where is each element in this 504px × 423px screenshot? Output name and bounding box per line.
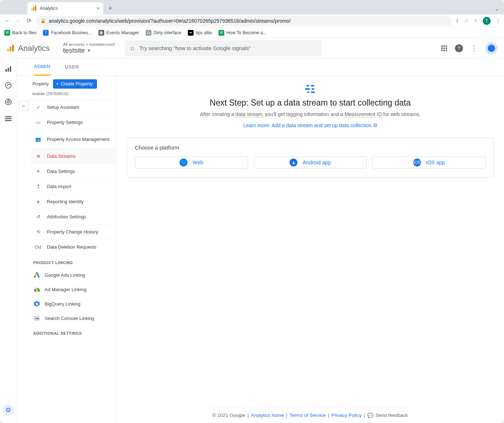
product-link-bigquery-linking[interactable]: BigQuery Linking xyxy=(31,297,116,311)
bookmark-item[interactable]: WHow To Become a... xyxy=(218,30,267,36)
svg-rect-24 xyxy=(37,318,39,319)
bookmark-favicon: W xyxy=(218,30,224,36)
admin-user-tabs: ADMIN USER xyxy=(17,58,504,76)
traffic-light-max[interactable] xyxy=(20,6,25,11)
bookmark-star-icon[interactable]: ☆ xyxy=(464,18,469,23)
svg-rect-27 xyxy=(305,88,310,90)
extensions-icon[interactable]: ✦ xyxy=(474,18,478,23)
nav-item-label: Data Deletion Requests xyxy=(47,244,96,250)
create-property-button[interactable]: +Create Property xyxy=(53,79,97,89)
svg-point-20 xyxy=(36,303,38,305)
rail-advertising-icon[interactable] xyxy=(4,98,12,106)
search-box[interactable]: ⌕ Try searching "how to activate Google … xyxy=(125,40,321,56)
product-link-search-console-linking[interactable]: Search Console Linking xyxy=(31,311,116,325)
analytics-logo-icon xyxy=(6,44,14,52)
product-link-icon xyxy=(33,300,40,307)
tab-user[interactable]: USER xyxy=(65,64,79,70)
more-vert-icon[interactable]: ⋮ xyxy=(471,44,477,52)
rail-admin-gear-icon[interactable]: ⚙ xyxy=(3,404,14,416)
tab-close-icon[interactable]: × xyxy=(97,5,100,11)
nav-back-icon[interactable]: ← xyxy=(4,18,11,24)
footer-analytics-home[interactable]: Analytics home xyxy=(251,413,284,418)
bookmark-label: Dirty interface xyxy=(154,30,181,35)
rail-configure-icon[interactable] xyxy=(4,115,12,123)
browser-tabstrip: Analytics × + ⌄ xyxy=(0,0,504,14)
nav-item-attribution-settings[interactable]: ↺Attribution Settings xyxy=(31,209,116,224)
product-link-label: Ad Manager Linking xyxy=(45,287,87,292)
nav-forward-icon[interactable]: → xyxy=(14,18,22,24)
platform-card: Choose a platform 🌐Web▲Android appiOSiOS… xyxy=(127,138,494,178)
nav-item-label: Data Streams xyxy=(47,153,75,159)
nav-reload-icon[interactable]: ⟳ xyxy=(25,17,32,24)
bookmark-item[interactable]: ••tips allie xyxy=(188,30,212,36)
platform-android-app[interactable]: ▲Android app xyxy=(254,156,367,169)
footer-privacy[interactable]: Privacy Policy xyxy=(331,413,362,418)
feedback-icon: 💬 xyxy=(367,413,373,418)
svg-rect-25 xyxy=(306,85,309,86)
analytics-logo[interactable]: Analytics xyxy=(6,44,50,53)
nav-item-icon: ↺ xyxy=(35,214,42,219)
help-icon[interactable]: ? xyxy=(455,44,463,52)
nav-item-data-streams[interactable]: ≋Data Streams xyxy=(31,149,116,164)
bookmark-item[interactable]: ▦Events Manager xyxy=(98,30,139,36)
nav-item-icon: ≡ xyxy=(35,169,42,174)
nav-item-property-change-history[interactable]: ⟲Property Change History xyxy=(31,224,116,240)
nav-item-property-settings[interactable]: ▭Property Settings xyxy=(31,115,116,130)
svg-rect-14 xyxy=(5,120,12,121)
traffic-light-close[interactable] xyxy=(6,6,10,11)
svg-rect-1 xyxy=(33,7,35,11)
nav-item-data-settings[interactable]: ≡Data Settings xyxy=(31,164,116,179)
diamond-grid-icon[interactable] xyxy=(441,45,447,51)
bookmark-item[interactable]: fFacebook Busines... xyxy=(43,30,92,36)
product-link-ad-manager-linking[interactable]: Ad Manager Linking xyxy=(31,282,116,297)
bookmark-label: How To Become a... xyxy=(226,30,267,35)
account-avatar[interactable] xyxy=(485,42,498,54)
learn-more-link[interactable]: Learn more: Add a data stream and set up… xyxy=(243,122,377,128)
svg-rect-12 xyxy=(5,116,12,117)
product-link-google-ads-linking[interactable]: Google Ads Linking xyxy=(31,268,116,282)
nav-item-label: Data Import xyxy=(47,184,71,189)
svg-rect-23 xyxy=(35,318,37,319)
nav-item-setup-assistant[interactable]: ✓Setup Assistant xyxy=(31,100,116,115)
traffic-light-min[interactable] xyxy=(13,6,17,11)
nav-item-reporting-identity[interactable]: ⎈Reporting Identity xyxy=(31,194,116,209)
app-header: Analytics All accounts > mytestaccount t… xyxy=(0,38,504,58)
browser-profile-avatar[interactable]: T xyxy=(483,17,491,25)
browser-tab[interactable]: Analytics × xyxy=(27,2,103,14)
choose-platform-label: Choose a platform xyxy=(135,144,486,151)
nav-item-property-access-management[interactable]: 👥Property Access Management xyxy=(31,130,116,149)
platform-web[interactable]: 🌐Web xyxy=(135,156,248,169)
nav-item-data-import[interactable]: ↥Data Import xyxy=(31,179,116,194)
platform-label: iOS app xyxy=(426,160,445,165)
product-link-icon xyxy=(33,286,40,293)
product-link-label: Search Console Linking xyxy=(45,316,94,321)
new-tab-button[interactable]: + xyxy=(105,3,115,13)
share-icon[interactable]: ⇪ xyxy=(455,18,459,23)
bookmark-item[interactable]: WBack to files xyxy=(4,30,36,36)
tab-title: Analytics xyxy=(40,6,58,11)
svg-rect-5 xyxy=(12,44,14,51)
footer-tos[interactable]: Terms of Service xyxy=(289,413,326,418)
svg-rect-29 xyxy=(307,92,309,93)
analytics-favicon xyxy=(31,5,37,11)
product-name: Analytics xyxy=(18,44,50,53)
svg-rect-13 xyxy=(5,118,12,119)
send-feedback-button[interactable]: 💬Send feedback xyxy=(367,413,408,418)
svg-point-10 xyxy=(5,99,11,105)
account-picker[interactable]: All accounts > mytestaccount testsite ▼ xyxy=(57,42,115,54)
nav-item-data-deletion-requests[interactable]: DdData Deletion Requests xyxy=(31,240,116,255)
svg-rect-4 xyxy=(10,46,12,52)
product-link-label: Google Ads Linking xyxy=(45,272,85,278)
rail-reports-icon[interactable] xyxy=(4,65,12,73)
svg-rect-0 xyxy=(31,8,33,11)
tab-admin[interactable]: ADMIN xyxy=(34,58,50,76)
bookmark-favicon: f xyxy=(43,30,49,36)
browser-menu-icon[interactable]: ⋮ xyxy=(496,18,500,23)
rail-explore-icon[interactable] xyxy=(4,81,12,89)
platform-ios-app[interactable]: iOSiOS app xyxy=(372,156,486,169)
address-bar[interactable]: 🔒 analytics.google.com/analytics/web/pro… xyxy=(36,16,452,26)
dropdown-caret-icon: ▼ xyxy=(87,48,91,53)
collapse-nav-button[interactable]: ← xyxy=(19,101,29,111)
bookmark-item[interactable]: 🗀Dirty interface xyxy=(146,30,181,36)
tabs-overflow-icon[interactable]: ⌄ xyxy=(495,6,499,12)
